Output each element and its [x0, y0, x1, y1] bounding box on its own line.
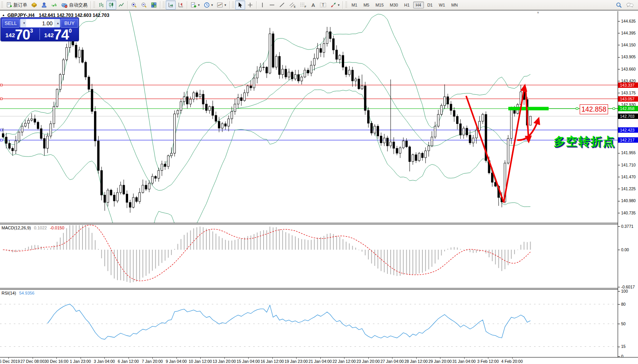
- macd-histogram-bar: [504, 250, 505, 269]
- candle: [40, 128, 42, 138]
- volume-input[interactable]: [26, 19, 54, 27]
- tf-w1-button[interactable]: W1: [436, 2, 448, 8]
- macd-histogram-bar: [514, 250, 515, 254]
- tf-m1-button[interactable]: M1: [349, 2, 360, 8]
- symbol-ohlc: 142.641 142.703 142.603 142.703: [39, 13, 109, 18]
- market-button[interactable]: [39, 0, 49, 10]
- candle: [66, 48, 68, 60]
- community-button[interactable]: [624, 0, 636, 10]
- candle: [34, 119, 36, 122]
- tf-m5-button[interactable]: M5: [361, 2, 372, 8]
- trend-arrow[interactable]: [504, 86, 525, 203]
- candle: [21, 126, 23, 132]
- crosshair-button[interactable]: [245, 0, 255, 10]
- metaeditor-button[interactable]: [29, 0, 39, 10]
- candle: [253, 78, 255, 88]
- channel-button[interactable]: E: [287, 0, 298, 10]
- candle: [351, 70, 353, 81]
- fibonacci-button[interactable]: F: [298, 0, 308, 10]
- tf-mn-button[interactable]: MN: [448, 2, 460, 8]
- macd-histogram-bar: [50, 248, 51, 250]
- cursor-button[interactable]: [235, 0, 245, 10]
- text-label-button[interactable]: T: [318, 0, 328, 10]
- macd-histogram-bar: [168, 250, 169, 258]
- tf-m15-button[interactable]: M15: [373, 2, 386, 8]
- tile-windows-button[interactable]: [149, 0, 159, 10]
- text-button[interactable]: A: [308, 0, 318, 10]
- chart-shift-marker-icon[interactable]: ▼: [536, 11, 540, 15]
- chart-bars-button[interactable]: [96, 0, 106, 10]
- trend-arrow[interactable]: [466, 96, 504, 203]
- macd-histogram-bar: [54, 245, 54, 250]
- svg-text:E: E: [294, 5, 296, 8]
- chart-candles-button[interactable]: [106, 0, 116, 10]
- annotation-text-cn[interactable]: 多空转折点: [554, 134, 615, 150]
- line-handle[interactable]: [0, 98, 2, 100]
- auto-scroll-button[interactable]: [166, 0, 176, 10]
- macd-histogram-bar: [133, 250, 134, 282]
- toolbar-grip[interactable]: [1, 2, 3, 8]
- axis-tick-mark: [618, 287, 620, 287]
- price-tick-label: 141.470: [621, 175, 636, 180]
- candle: [323, 44, 325, 53]
- tf-h1-button[interactable]: H1: [402, 2, 412, 8]
- candle: [97, 141, 99, 170]
- price-callout-box[interactable]: 142.858: [580, 104, 608, 114]
- candle: [205, 104, 207, 110]
- sell-price[interactable]: 142703: [5, 27, 33, 43]
- candle: [94, 112, 96, 141]
- macd-histogram-bar: [422, 250, 423, 273]
- price-axis[interactable]: 144.635144.395144.150143.905143.660143.4…: [618, 11, 638, 357]
- line-handle[interactable]: [613, 108, 615, 110]
- market-person-icon: [41, 2, 47, 8]
- buy-price[interactable]: 142740: [44, 27, 72, 43]
- metaeditor-icon: [31, 2, 37, 8]
- line-handle[interactable]: [0, 139, 2, 141]
- macd-panel[interactable]: [0, 224, 618, 288]
- tf-d1-button[interactable]: D1: [425, 2, 435, 8]
- trendline-button[interactable]: [277, 0, 287, 10]
- line-handle[interactable]: [0, 84, 2, 86]
- buy-button[interactable]: BUY: [61, 19, 78, 28]
- volume-down-button[interactable]: ▼: [20, 19, 26, 27]
- price-level-tag: 142.217: [618, 137, 638, 143]
- candle: [199, 94, 201, 97]
- candle: [25, 123, 26, 126]
- tf-h4-button[interactable]: H4: [413, 2, 424, 8]
- candle: [126, 194, 128, 203]
- macd-histogram-bar: [454, 247, 455, 250]
- periods-button[interactable]: ▾: [202, 0, 215, 10]
- hline-button[interactable]: [267, 0, 277, 10]
- macd-histogram-bar: [508, 250, 509, 265]
- autotrading-label: 自动交易: [69, 2, 87, 8]
- timeframe-group: M1M5M15M30H1H4D1W1MN: [348, 2, 461, 8]
- chart-area[interactable]: 144.635144.395144.150143.905143.660143.4…: [0, 10, 638, 364]
- macd-histogram-bar: [92, 233, 92, 250]
- candle: [418, 153, 420, 161]
- templates-button[interactable]: ▾: [215, 0, 228, 10]
- time-axis[interactable]: 26 Dec 201927 Dec 08:0030 Dec 16:001 Jan…: [0, 357, 638, 364]
- indicators-button[interactable]: ▾: [188, 0, 202, 10]
- zoom-out-button[interactable]: [139, 0, 149, 10]
- new-order-button[interactable]: 新订单: [4, 0, 29, 10]
- zoom-in-button[interactable]: [129, 0, 139, 10]
- vline-button[interactable]: [258, 0, 267, 10]
- line-handle[interactable]: [0, 129, 2, 131]
- macd-histogram-bar: [63, 233, 64, 250]
- tf-m30-button[interactable]: M30: [387, 2, 401, 8]
- signals-button[interactable]: [49, 0, 59, 10]
- green-level-bar[interactable]: [508, 107, 549, 110]
- sell-button[interactable]: SELL: [2, 19, 20, 28]
- main-price-panel[interactable]: [0, 11, 618, 223]
- arrows-button[interactable]: ▾: [328, 0, 342, 10]
- macd-histogram-bar: [308, 240, 308, 250]
- search-button[interactable]: [614, 0, 624, 10]
- candle: [132, 198, 134, 208]
- chart-line-button[interactable]: [116, 0, 126, 10]
- chart-shift-button[interactable]: [176, 0, 186, 10]
- volume-up-button[interactable]: ▲: [54, 19, 60, 27]
- rsi-panel[interactable]: [0, 290, 618, 357]
- autotrading-button[interactable]: 自动交易: [59, 0, 89, 10]
- line-handle[interactable]: [576, 108, 578, 110]
- macd-histogram-bar: [498, 250, 499, 268]
